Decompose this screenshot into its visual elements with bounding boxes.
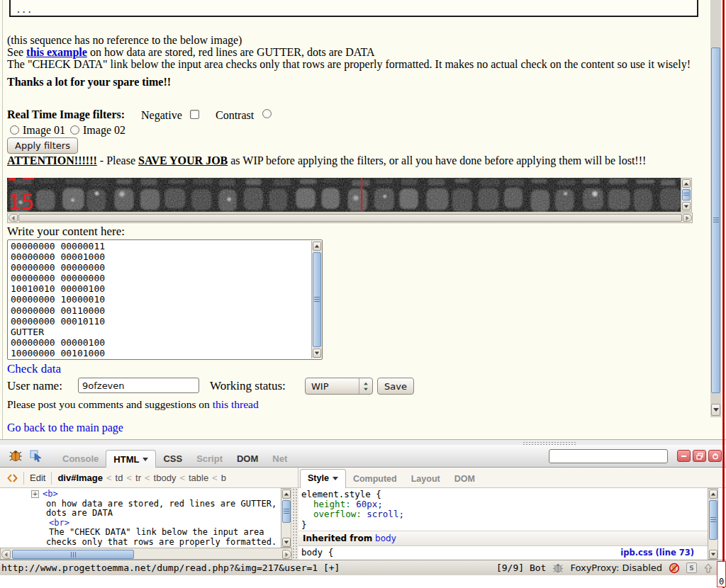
upload-arrow-icon[interactable] [703, 563, 713, 573]
inherited-label: Inherited from [303, 533, 372, 543]
style-scroll-up-button[interactable] [709, 490, 717, 499]
script-status-icon[interactable]: S [686, 562, 697, 573]
strip-scroll-left-button[interactable] [9, 214, 18, 222]
editor-scroll-down-button[interactable] [313, 349, 321, 358]
strip-hscrollbar-thumb[interactable] [18, 214, 682, 222]
breadcrumb-tbody[interactable]: tbody [154, 473, 177, 483]
css-property[interactable]: overflow: [313, 509, 362, 519]
image02-radio[interactable] [70, 125, 79, 135]
check-data-link[interactable]: Check data [7, 362, 61, 376]
breadcrumb-b[interactable]: b [221, 473, 226, 483]
tab-net[interactable]: Net [265, 450, 294, 468]
breadcrumb-table[interactable]: table [189, 473, 208, 483]
panel-splitter[interactable] [292, 488, 298, 560]
save-button[interactable]: Save [377, 378, 414, 395]
strip-vertical-scrollbar[interactable] [681, 178, 692, 212]
breadcrumb-selected[interactable]: div#Image [57, 473, 103, 483]
tab-style[interactable]: Style [300, 469, 346, 488]
style-rules-panel[interactable]: element.style { height: 60px; overflow: … [298, 488, 718, 560]
css-value[interactable]: 60px; [356, 499, 383, 509]
film-scan-image[interactable]: 15 [7, 178, 681, 212]
tab-css[interactable]: CSS [156, 450, 189, 468]
content-textarea[interactable]: 00000000 00000011 00000000 00001000 0000… [7, 239, 323, 360]
content-textarea-value[interactable]: 00000000 00000011 00000000 00001000 0000… [11, 241, 105, 358]
breadcrumb-separator: < [106, 473, 112, 483]
tab-computed[interactable]: Computed [346, 470, 404, 487]
web-page-content: ... (this sequence has no reference to t… [0, 0, 726, 439]
css-property[interactable]: height: [313, 499, 351, 509]
top-content-text: ... [16, 4, 32, 15]
save-your-job-link[interactable]: SAVE YOUR JOB [138, 154, 228, 166]
example-link[interactable]: this example [26, 46, 87, 58]
negative-checkbox[interactable] [190, 110, 199, 119]
html-panel-hscrollbar[interactable] [0, 548, 292, 560]
attention-middle: - Please [97, 154, 138, 166]
html-text-line[interactable]: checks only that rows are properly forma… [0, 538, 292, 548]
edit-button[interactable]: Edit [30, 473, 45, 483]
css-closing-brace: } [301, 520, 718, 530]
html-scroll-left-button[interactable] [1, 550, 11, 559]
firebug-search-input[interactable] [549, 449, 668, 463]
style-scrollbar-thumb[interactable] [709, 500, 717, 540]
html-text-line[interactable]: on how data are stored, red lines are GU… [0, 499, 292, 509]
html-hscrollbar-thumb[interactable] [12, 550, 134, 559]
inherited-element-link[interactable]: body [375, 533, 396, 543]
b-tag[interactable]: <b> [43, 489, 58, 499]
strip-scroll-down-button[interactable] [682, 202, 691, 210]
style-scroll-down-button[interactable] [709, 550, 717, 559]
css-selector[interactable]: element.style { [301, 490, 718, 499]
page-vertical-scrollbar[interactable] [710, 0, 721, 417]
back-to-main-link[interactable]: Go back to the main page [7, 422, 123, 434]
body-selector[interactable]: body { [301, 548, 333, 558]
breadcrumb-td[interactable]: td [116, 473, 123, 483]
top-content-box[interactable]: ... [9, 0, 698, 17]
tab-script[interactable]: Script [189, 450, 230, 468]
firebug-icon[interactable] [9, 450, 23, 462]
editor-scroll-up-button[interactable] [313, 242, 321, 251]
css-source-link[interactable]: ipb.css (line 73) [620, 548, 698, 558]
html-text-line[interactable]: dots are DATA [0, 509, 292, 519]
close-firebug-button[interactable] [708, 450, 722, 462]
minimize-button[interactable] [677, 450, 691, 462]
detach-window-button[interactable] [693, 450, 706, 462]
tab-dom[interactable]: DOM [230, 450, 265, 468]
write-content-label: Write your content here: [7, 225, 125, 239]
style-panel-vscrollbar[interactable] [708, 488, 718, 560]
apply-filters-button[interactable]: Apply filters [7, 137, 78, 154]
html-panel-vscrollbar[interactable] [281, 488, 291, 548]
html-scroll-up-button[interactable] [282, 490, 291, 499]
tab-layout[interactable]: Layout [404, 470, 447, 487]
noscript-blocked-icon[interactable]: S [669, 562, 680, 574]
attention-rest: as WIP before applying the filters, or a… [228, 154, 646, 166]
working-status-select[interactable]: WIP [305, 378, 373, 395]
show-source-icon[interactable] [7, 473, 18, 483]
editor-scrollbar-thumb[interactable] [313, 252, 321, 347]
scanned-image-strip[interactable]: 15 [7, 178, 693, 223]
page-scroll-down-button[interactable] [711, 404, 720, 416]
select-stepper-icon[interactable] [359, 378, 372, 394]
firebug-inactive-icon[interactable] [552, 563, 564, 573]
user-name-input[interactable] [78, 378, 199, 393]
tab-console[interactable]: Console [55, 450, 106, 468]
editor-vertical-scrollbar[interactable] [311, 241, 322, 358]
thanks-text: Thanks a lot for your spare time!! [7, 76, 171, 89]
strip-scrollbar-thumb[interactable] [682, 189, 691, 200]
html-text-line[interactable]: The "CHECK DATA" link below the input ar… [0, 528, 292, 538]
contrast-radio[interactable] [262, 109, 272, 118]
breadcrumb-tr[interactable]: tr [135, 473, 141, 483]
image01-radio[interactable] [10, 125, 19, 135]
tab-dom-side[interactable]: DOM [447, 470, 482, 487]
strip-scroll-up-button[interactable] [682, 179, 691, 188]
strip-horizontal-scrollbar[interactable] [7, 213, 693, 223]
foxyproxy-status[interactable]: FoxyProxy: Disabled [570, 562, 662, 573]
html-scroll-right-button[interactable] [282, 550, 291, 559]
strip-scroll-right-button[interactable] [683, 214, 692, 222]
css-value[interactable]: scroll; [367, 509, 404, 519]
comments-thread-link[interactable]: this thread [213, 398, 259, 410]
inspect-element-icon[interactable] [30, 450, 43, 462]
expander-icon[interactable]: + [31, 490, 39, 498]
html-scroll-down-button[interactable] [282, 538, 291, 547]
page-scrollbar-thumb[interactable] [711, 47, 720, 393]
br-tag[interactable]: <br> [0, 519, 292, 528]
html-scrollbar-thumb[interactable] [282, 500, 291, 523]
